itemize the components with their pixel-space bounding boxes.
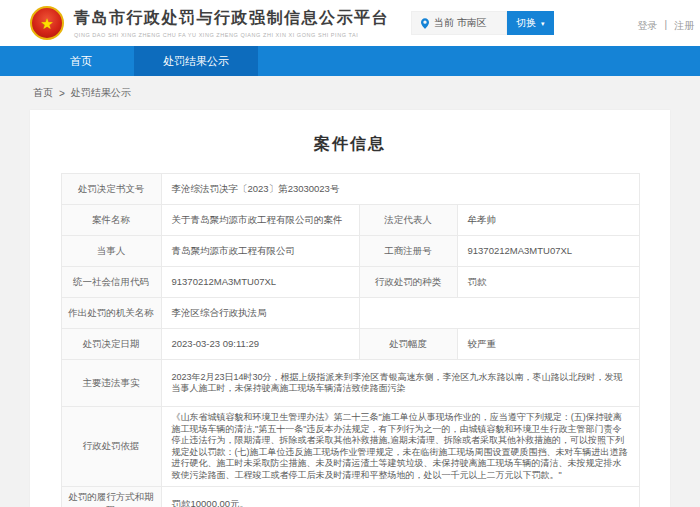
violation-facts-value: 2023年2月23日14时30分，根据上级指派来到李沧区青银高速东侧，李沧区九水… <box>161 360 639 407</box>
case-info-table: 处罚决定书文号 李沧综法罚决字〔2023〕第23030023号 案件名称 关于青… <box>61 173 640 507</box>
switch-district-button[interactable]: 切换 ▾ <box>507 11 554 35</box>
penalty-basis-value: 《山东省城镇容貌和环境卫生管理办法》第二十三条"施工单位从事现场作业的，应当遵守… <box>161 407 639 487</box>
table-row: 案件名称 关于青岛聚均源市政工程有限公司的案件 法定代表人 牟孝帅 <box>61 205 639 236</box>
row-label: 作出处罚的机关名称 <box>61 298 161 329</box>
row-label: 统一社会信用代码 <box>61 267 161 298</box>
login-link[interactable]: 登录 <box>637 19 657 33</box>
nav-tab-penalty-results[interactable]: 处罚结果公示 <box>134 46 258 76</box>
penalty-severity-value: 较严重 <box>457 329 639 360</box>
authority-name-value: 李沧区综合行政执法局 <box>161 298 359 329</box>
party-name-value: 青岛聚均源市政工程有限公司 <box>161 236 359 267</box>
site-title-pinyin: QING DAO SHI XING ZHENG CHU FA YU XING Z… <box>74 32 389 38</box>
main-nav: 首页 处罚结果公示 <box>0 46 700 76</box>
credit-code-value: 91370212MA3MTU07XL <box>161 267 359 298</box>
site-header: ★ 青岛市行政处罚与行政强制信息公示平台 QING DAO SHI XING Z… <box>0 0 700 46</box>
site-title-block: 青岛市行政处罚与行政强制信息公示平台 QING DAO SHI XING ZHE… <box>74 8 389 38</box>
table-row: 作出处罚的机关名称 李沧区综合行政执法局 <box>61 298 639 329</box>
empty-cell <box>359 298 639 329</box>
decision-number-value: 李沧综法罚决字〔2023〕第23030023号 <box>161 174 639 205</box>
legal-representative-value: 牟孝帅 <box>457 205 639 236</box>
location-pin-icon <box>421 18 429 29</box>
register-link[interactable]: 注册 <box>674 19 694 33</box>
row-label: 处罚的履行方式和期限 <box>61 487 161 507</box>
current-district-box: 当前 市南区 <box>411 11 507 35</box>
emblem-star-icon: ★ <box>40 16 53 31</box>
nav-tab-home[interactable]: 首页 <box>28 46 134 76</box>
page-title: 案件信息 <box>30 134 670 155</box>
table-row: 处罚决定书文号 李沧综法罚决字〔2023〕第23030023号 <box>61 174 639 205</box>
table-row: 处罚决定日期 2023-03-23 09:11:29 处罚幅度 较严重 <box>61 329 639 360</box>
row-label: 处罚幅度 <box>359 329 457 360</box>
case-card: 案件信息 处罚决定书文号 李沧综法罚决字〔2023〕第23030023号 案件名… <box>30 110 670 507</box>
site-title: 青岛市行政处罚与行政强制信息公示平台 <box>74 8 389 29</box>
penalty-execution-value: 罚款10000.00元。 <box>161 487 639 507</box>
row-label: 工商注册号 <box>359 236 457 267</box>
current-district-label: 当前 市南区 <box>434 16 487 30</box>
row-label: 处罚决定书文号 <box>61 174 161 205</box>
row-label: 行政处罚依据 <box>61 407 161 487</box>
case-name-value: 关于青岛聚均源市政工程有限公司的案件 <box>161 205 359 236</box>
penalty-type-value: 罚款 <box>457 267 639 298</box>
table-row: 当事人 青岛聚均源市政工程有限公司 工商注册号 91370212MA3MTU07… <box>61 236 639 267</box>
breadcrumb-separator: > <box>59 88 65 99</box>
national-emblem-icon: ★ <box>30 6 64 40</box>
chevron-down-icon: ▾ <box>541 20 545 27</box>
row-label: 案件名称 <box>61 205 161 236</box>
row-label: 法定代表人 <box>359 205 457 236</box>
decision-date-value: 2023-03-23 09:11:29 <box>161 329 359 360</box>
table-row: 主要违法事实 2023年2月23日14时30分，根据上级指派来到李沧区青银高速东… <box>61 360 639 407</box>
row-label: 主要违法事实 <box>61 360 161 407</box>
switch-district-label: 切换 <box>516 16 536 30</box>
auth-divider: | <box>664 19 667 33</box>
row-label: 行政处罚的种类 <box>359 267 457 298</box>
breadcrumb: 首页 > 处罚结果公示 <box>0 76 700 110</box>
row-label: 处罚决定日期 <box>61 329 161 360</box>
auth-links: 登录 | 注册 <box>637 19 694 33</box>
breadcrumb-home[interactable]: 首页 <box>33 86 53 100</box>
table-row: 行政处罚依据 《山东省城镇容貌和环境卫生管理办法》第二十三条"施工单位从事现场作… <box>61 407 639 487</box>
table-row: 统一社会信用代码 91370212MA3MTU07XL 行政处罚的种类 罚款 <box>61 267 639 298</box>
breadcrumb-current: 处罚结果公示 <box>71 86 131 100</box>
business-registration-value: 91370212MA3MTU07XL <box>457 236 639 267</box>
table-row: 处罚的履行方式和期限 罚款10000.00元。 <box>61 487 639 507</box>
row-label: 当事人 <box>61 236 161 267</box>
